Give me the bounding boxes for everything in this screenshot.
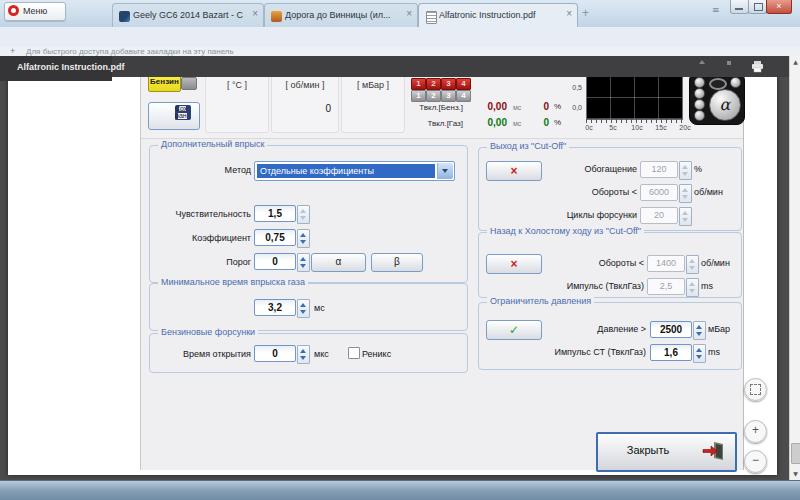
sensitivity-field[interactable]: 1,5 [254,205,296,222]
alpha-logo-panel: α [689,72,745,125]
print-icon[interactable] [751,60,764,73]
panel-knob-icon[interactable] [694,88,705,99]
spinner[interactable] [686,255,699,274]
rpm-value: 0 [325,103,331,114]
pdf-filename: Alfatronic Instruction.pdf [17,62,125,72]
coefficient-spinner[interactable] [297,229,310,248]
overflow-icon[interactable]: ≡ [712,5,720,16]
tab-label: Geely GC6 2014 Bazart - C [133,10,245,20]
spinner[interactable] [679,207,692,226]
min-gas-time-unit: мс [314,303,325,313]
zoom-in-button[interactable]: + [744,420,767,443]
alpha-logo-button[interactable]: α [709,89,741,121]
tab-close-icon[interactable]: × [566,9,572,19]
pressure-field[interactable]: 2500 [650,321,692,338]
threshold-spinner[interactable] [297,253,310,272]
alfatronic-app: Бензин Сохран [ °C ] [ об/мин ] 0 [ мБар… [140,74,744,470]
fuel-toggle[interactable] [181,77,197,90]
tab-close-icon[interactable]: × [252,9,258,19]
panel-knob-icon[interactable] [730,77,741,88]
open-time-label: Время открытия [160,349,251,359]
min-gas-time-field[interactable]: 3,2 [254,299,296,316]
row-unit: об/мин [701,258,730,268]
fit-page-button[interactable] [744,378,767,401]
method-dropdown[interactable]: Отдельные коэффициенты [254,161,455,181]
column-header: [ об/мин ] [272,80,338,90]
panel-knob-icon[interactable] [694,110,705,121]
graph-x-tick: 0c [579,124,599,131]
panel-knob-icon[interactable] [694,99,705,110]
tab-label: Дорога до Винницы (ил... [285,10,399,20]
save-label: Сохран [175,105,191,119]
window-close-button[interactable]: × [766,0,792,14]
group-cutoff-exit: Выход из "Cut-Off" × Обогащение 120 % Об… [478,147,742,231]
taskbar: Alfatronic Instructio... Alfatronic RU µ… [0,480,800,500]
injector-cycles-field[interactable]: 20 [640,207,678,224]
cylinder-led-gray: 2 [426,90,441,102]
save-button[interactable]: Сохран [148,102,200,130]
method-label: Метод [170,165,251,175]
opera-menu-button[interactable]: Меню [4,2,66,21]
spinner[interactable] [693,321,706,340]
open-time-field[interactable]: 0 [254,345,296,362]
scrollbar-thumb[interactable] [791,443,800,464]
dropdown-arrow-icon[interactable] [437,163,453,179]
rpm-limit-field[interactable]: 6000 [640,184,678,201]
spinner[interactable] [686,278,699,297]
scroll-down-icon[interactable]: ▼ [790,468,800,480]
tab-road[interactable]: Дорога до Винницы (ил... × [264,3,418,28]
sensitivity-spinner[interactable] [297,205,310,224]
idle-rpm-field[interactable]: 1400 [647,255,685,272]
row-unit: ms [701,281,713,291]
enrichment-field[interactable]: 120 [640,161,678,178]
graph-y-tick: 0,5 [564,84,582,91]
timing-percent-unit: % [554,102,561,111]
spinner[interactable] [679,184,692,203]
beta-button[interactable]: β [371,253,423,272]
timing-percent: 0 [537,117,549,128]
graph-x-tick: 5c [603,124,623,131]
injection-graph [586,76,683,120]
window-maximize-button[interactable] [748,0,767,14]
artifact-triangle-icon [699,60,705,64]
group-cutoff-idle: Назад к Холостому ходу из "Cut-Off" × Об… [478,232,742,298]
add-bookmark-button[interactable]: + [10,46,15,56]
close-button[interactable]: Закрыть [596,432,737,472]
coefficient-field[interactable]: 0,75 [254,229,296,246]
window-minimize-button[interactable] [730,0,749,14]
alpha-button[interactable]: α [311,253,366,272]
timing-value: 0,00 [473,117,507,128]
browser-tab-bar: Меню Geely GC6 2014 Bazart - C × Дорога … [0,0,800,28]
tab-close-icon[interactable]: × [406,9,412,19]
threshold-field[interactable]: 0 [254,253,296,270]
panel-knob-icon[interactable] [694,77,705,88]
spinner[interactable] [679,161,692,180]
tab-favicon-geely [119,11,130,22]
renix-checkbox[interactable] [348,347,360,359]
ct-pulse-field[interactable]: 1,6 [650,344,692,361]
min-gas-time-spinner[interactable] [297,299,310,318]
tab-geely[interactable]: Geely GC6 2014 Bazart - C × [112,3,264,28]
graph-axis-ticks [586,119,682,123]
zoom-out-button[interactable]: − [744,450,767,473]
row-label: Циклы форсунки [489,210,637,220]
threshold-label: Порог [160,257,251,267]
row-unit: % [694,164,702,174]
tab-alfatronic-pdf[interactable]: Alfatronic Instruction.pdf × [418,3,578,28]
spinner[interactable] [693,344,706,363]
scroll-up-icon[interactable]: ▲ [790,56,800,68]
column-temp: [ °C ] [205,75,269,133]
fit-icon [750,384,761,395]
cylinder-led-gray: 3 [441,90,456,102]
scrollbar[interactable]: ▲ ▼ [789,56,800,480]
group-min-gas-time: Минимальное время впрыска газа 3,2 мс [149,283,468,331]
open-time-spinner[interactable] [297,345,310,364]
column-rpm: [ об/мин ] 0 [271,75,339,133]
group-title: Бензиновые форсунки [158,327,258,337]
idle-pulse-field[interactable]: 2,5 [647,278,685,295]
new-tab-button[interactable]: + [582,6,589,20]
group-title: Выход из "Cut-Off" [487,141,569,151]
opera-logo-icon [8,5,19,16]
graph-x-tick: 10c [627,124,647,131]
coefficient-label: Коэффициент [160,233,251,243]
